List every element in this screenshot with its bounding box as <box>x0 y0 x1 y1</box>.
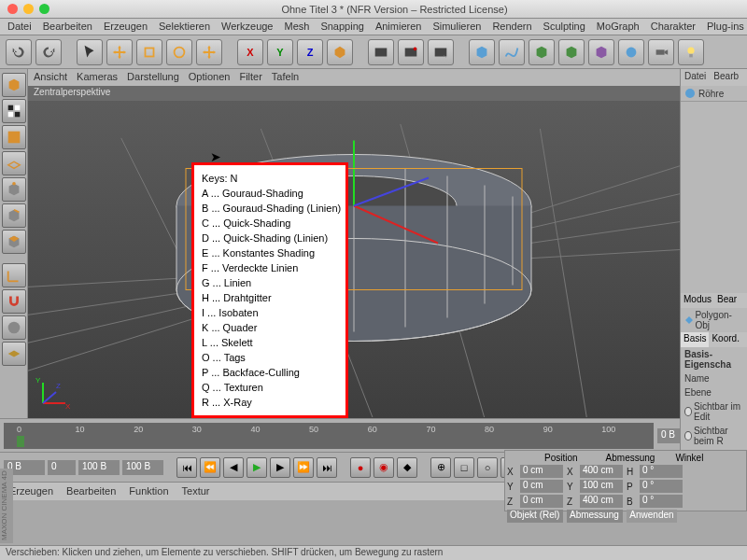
popup-item[interactable]: D ... Quick-Shading (Linien) <box>202 231 338 245</box>
current-frame-field[interactable]: 0 <box>48 460 76 475</box>
om-tab-datei[interactable]: Datei <box>681 69 710 86</box>
ang-b-field[interactable]: 0 ° <box>640 495 683 508</box>
vmenu-kameras[interactable]: Kameras <box>77 71 118 84</box>
popup-item[interactable]: H ... Drahtgitter <box>202 290 338 305</box>
playhead-icon[interactable] <box>17 436 24 447</box>
prev-frame-button[interactable]: ◀ <box>223 457 244 478</box>
vmenu-darstellung[interactable]: Darstellung <box>127 71 179 84</box>
select-tool-button[interactable] <box>77 39 103 65</box>
edge-mode-button[interactable] <box>2 203 26 228</box>
popup-item[interactable]: F ... Verdeckte Linien <box>202 260 338 275</box>
menu-animieren[interactable]: Animieren <box>375 21 422 33</box>
menu-snapping[interactable]: Snapping <box>320 21 364 33</box>
popup-item[interactable]: O ... Tags <box>202 350 338 365</box>
x-axis-button[interactable]: X <box>237 39 263 65</box>
object-tree-item[interactable]: Röhre <box>681 86 747 102</box>
popup-item[interactable]: K ... Quader <box>202 320 338 335</box>
menu-sculpting[interactable]: Sculpting <box>543 21 585 33</box>
spline-button[interactable] <box>499 39 525 65</box>
autokey-button[interactable]: ◉ <box>374 457 394 478</box>
point-mode-button[interactable] <box>2 177 26 202</box>
am-tab-bear[interactable]: Bear <box>714 293 740 308</box>
radio-icon[interactable] <box>684 407 692 416</box>
vmenu-ansicht[interactable]: Ansicht <box>34 71 67 84</box>
popup-item[interactable]: B ... Gouraud-Shading (Linien) <box>202 201 338 216</box>
play-button[interactable]: ▶ <box>247 457 267 478</box>
popup-item[interactable]: C ... Quick-Shading <box>202 216 338 231</box>
make-editable-button[interactable] <box>2 73 26 97</box>
am-tab-modus[interactable]: Modus <box>681 293 714 308</box>
popup-item[interactable]: Q ... Texturen <box>202 380 338 395</box>
texture-mode-button[interactable] <box>2 125 26 149</box>
pos-y-field[interactable]: 0 cm <box>520 480 563 493</box>
ang-p-field[interactable]: 0 ° <box>640 480 683 493</box>
move-tool-button[interactable] <box>106 39 133 65</box>
workplane-button[interactable] <box>2 151 26 175</box>
menu-bearbeiten[interactable]: Bearbeiten <box>43 21 92 33</box>
menu-selektieren[interactable]: Selektieren <box>159 21 210 33</box>
tweak-button[interactable] <box>2 342 26 366</box>
radio-icon[interactable] <box>684 431 692 441</box>
popup-item[interactable]: E ... Konstantes Shading <box>202 245 338 260</box>
polygon-mode-button[interactable] <box>2 230 26 254</box>
next-key-button[interactable]: ⏩ <box>293 457 314 478</box>
deformer-button[interactable] <box>588 39 614 65</box>
zoom-window-icon[interactable] <box>39 4 49 14</box>
rotate-tool-button[interactable] <box>166 39 192 65</box>
prev-key-button[interactable]: ⏪ <box>200 457 220 478</box>
goto-start-button[interactable]: ⏮ <box>176 457 197 478</box>
menu-werkzeuge[interactable]: Werkzeuge <box>221 21 273 33</box>
snap-button[interactable] <box>2 289 26 314</box>
range-end-field[interactable]: 100 B <box>78 460 120 475</box>
scale-tool-button[interactable] <box>136 39 162 65</box>
coord-mode-dropdown[interactable]: Objekt (Rel) <box>507 510 563 523</box>
am-vis-edit-row[interactable]: Sichtbar im Edit <box>681 399 747 424</box>
am-subtab-basis[interactable]: Basis <box>681 332 709 347</box>
primitive-cube-button[interactable] <box>469 39 495 65</box>
am-vis-rend-row[interactable]: Sichtbar beim R <box>681 424 747 448</box>
om-tab-bearb[interactable]: Bearb <box>710 69 742 86</box>
redo-button[interactable] <box>35 39 62 65</box>
dim-z-field[interactable]: 400 cm <box>580 495 623 508</box>
mm-tab-erzeugen[interactable]: Erzeugen <box>9 485 53 497</box>
pos-x-field[interactable]: 0 cm <box>520 465 563 478</box>
menu-datei[interactable]: Datei <box>7 21 32 33</box>
light-button[interactable] <box>678 39 704 65</box>
render-picture-button[interactable] <box>398 39 424 65</box>
am-subtab-koord[interactable]: Koord. <box>709 332 741 347</box>
model-mode-button[interactable] <box>2 99 26 123</box>
pos-z-field[interactable]: 0 cm <box>520 495 563 508</box>
vmenu-filter[interactable]: Filter <box>239 71 261 84</box>
camera-button[interactable] <box>648 39 674 65</box>
ang-h-field[interactable]: 0 ° <box>640 465 683 478</box>
coord-system-button[interactable] <box>327 39 353 65</box>
popup-item[interactable]: G ... Linien <box>202 275 338 290</box>
axis-mode-button[interactable] <box>2 263 26 287</box>
popup-item[interactable]: A ... Gouraud-Shading <box>202 186 338 201</box>
dim-mode-dropdown[interactable]: Abmessung <box>567 510 623 523</box>
mm-tab-bearbeiten[interactable]: Bearbeiten <box>66 485 116 497</box>
timeline-track[interactable]: 0 10 20 30 40 50 60 70 80 90 100 <box>4 423 654 449</box>
menu-mograph[interactable]: MoGraph <box>597 21 640 33</box>
key-pos-button[interactable]: ⊕ <box>430 457 451 478</box>
goto-end-button[interactable]: ⏭ <box>317 457 337 478</box>
soft-select-button[interactable] <box>2 315 26 340</box>
timeline-ruler[interactable]: 0 10 20 30 40 50 60 70 80 90 100 0 B 0 B <box>0 418 747 452</box>
next-frame-button[interactable]: ▶ <box>270 457 290 478</box>
popup-item[interactable]: L ... Skelett <box>202 335 338 350</box>
viewport-3d[interactable]: Y X Z ➤ Keys: N A ... Gouraud-Shading B … <box>28 101 680 418</box>
vmenu-tafeln[interactable]: Tafeln <box>272 71 299 84</box>
mm-tab-funktion[interactable]: Funktion <box>129 485 168 497</box>
key-scale-button[interactable]: □ <box>454 457 474 478</box>
menu-erzeugen[interactable]: Erzeugen <box>104 21 148 33</box>
mm-tab-textur[interactable]: Textur <box>182 485 210 497</box>
y-axis-button[interactable]: Y <box>267 39 293 65</box>
modeling-button[interactable] <box>558 39 585 65</box>
nurbs-button[interactable] <box>529 39 555 65</box>
menu-rendern[interactable]: Rendern <box>492 21 531 33</box>
close-window-icon[interactable] <box>7 4 18 14</box>
dim-y-field[interactable]: 100 cm <box>580 480 623 493</box>
menu-charakter[interactable]: Charakter <box>651 21 696 33</box>
key-rot-button[interactable]: ○ <box>477 457 498 478</box>
menu-simulieren[interactable]: Simulieren <box>432 21 481 33</box>
